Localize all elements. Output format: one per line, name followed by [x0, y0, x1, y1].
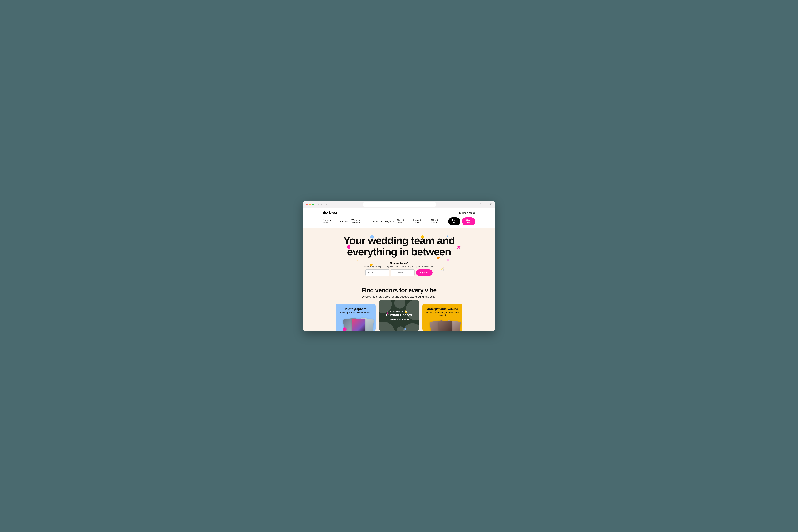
- nav-planning-tools[interactable]: Planning Tools: [323, 219, 337, 224]
- svg-rect-0: [316, 204, 318, 205]
- nav-registry[interactable]: Registry: [385, 220, 394, 223]
- chevron-down-icon[interactable]: [321, 203, 322, 206]
- card-venues[interactable]: Unforgettable Venues Wedding locations y…: [422, 304, 462, 331]
- logo[interactable]: the knot: [323, 210, 337, 215]
- card-desc: Wedding locations you never knew existed: [425, 311, 459, 316]
- tabs-overview-icon[interactable]: [490, 203, 492, 206]
- nav-invitations[interactable]: Invitations: [372, 220, 382, 223]
- thumbnail-image: [352, 319, 365, 331]
- privacy-shield-icon[interactable]: [357, 203, 359, 206]
- find-a-couple-link[interactable]: Find a couple: [459, 212, 475, 214]
- nav-attire-rings[interactable]: Attire & Rings: [397, 219, 410, 224]
- umbrella-icon: [397, 326, 404, 331]
- privacy-policy-link[interactable]: Privacy Policy: [404, 265, 417, 267]
- maximize-window-icon[interactable]: [312, 204, 314, 205]
- see-outdoor-spaces-link[interactable]: See outdoor spaces: [389, 318, 409, 321]
- people-icon: [459, 212, 461, 214]
- card-title: Outdoor Spaces: [386, 313, 412, 317]
- umbrella-icon: [379, 322, 395, 331]
- vendors-section: Find vendors for every vibe Discover top…: [303, 282, 495, 331]
- back-icon[interactable]: [325, 203, 327, 206]
- browser-window: the knot Find a couple Planning Tools Ve…: [303, 201, 495, 331]
- find-a-couple-label: Find a couple: [462, 212, 475, 214]
- hero-signup-button[interactable]: Sign up: [416, 269, 432, 276]
- card-photographers[interactable]: Photographers Browse galleries to find y…: [336, 304, 376, 331]
- main-nav: Planning Tools Vendors Wedding Website I…: [323, 215, 475, 228]
- signup-legal: By clicking 'Sign up', you agree to The …: [354, 265, 444, 267]
- star-icon: [446, 258, 450, 261]
- window-controls: [306, 204, 314, 205]
- signup-area: Sign up today! By clicking 'Sign up', yo…: [354, 262, 444, 276]
- hero-title: Your wedding team and everything in betw…: [335, 235, 463, 257]
- forward-icon[interactable]: [330, 203, 332, 206]
- nav-gifts-favors[interactable]: Gifts & Favors: [431, 219, 445, 224]
- url-bar[interactable]: [363, 202, 436, 207]
- hero-section: ♫ 🥂 Your wedding team and everything in …: [303, 228, 495, 282]
- card-title: Unforgettable Venues: [425, 307, 459, 311]
- nav-vendors[interactable]: Vendors: [340, 220, 348, 223]
- close-window-icon[interactable]: [306, 204, 307, 205]
- login-button[interactable]: Log in: [448, 217, 460, 225]
- reload-icon[interactable]: [433, 203, 435, 205]
- nav-wedding-website[interactable]: Wedding Website: [352, 219, 369, 224]
- vendors-title: Find vendors for every vibe: [310, 287, 488, 294]
- password-field[interactable]: [391, 269, 415, 276]
- email-field[interactable]: [365, 269, 390, 276]
- cheers-icon: 🥂: [440, 267, 445, 272]
- signup-button[interactable]: Sign up: [462, 217, 475, 225]
- new-tab-icon[interactable]: [485, 203, 487, 206]
- svg-rect-6: [491, 204, 492, 205]
- card-thumbnails: [339, 316, 373, 330]
- umbrella-icon: [394, 300, 405, 308]
- vendors-subtitle: Discover top-rated pros for any budget, …: [310, 295, 488, 298]
- svg-point-8: [460, 212, 460, 213]
- lamp-icon: ▮: [404, 327, 406, 330]
- card-kicker: RECEPTION VENUES: [387, 311, 411, 313]
- sidebar-toggle-icon[interactable]: [316, 203, 319, 206]
- card-desc: Browse galleries to find your look.: [339, 311, 373, 314]
- thumbnail-image: [439, 321, 452, 331]
- terms-of-use-link[interactable]: Terms of Use: [421, 265, 433, 267]
- minimize-window-icon[interactable]: [309, 204, 311, 205]
- card-title: Photographers: [339, 307, 373, 311]
- share-icon[interactable]: [480, 203, 482, 206]
- signup-title: Sign up today!: [354, 262, 444, 265]
- nav-ideas-advice[interactable]: Ideas & Advice: [413, 219, 428, 224]
- svg-point-7: [459, 212, 460, 213]
- site-header: the knot Find a couple Planning Tools Ve…: [303, 208, 495, 228]
- umbrella-icon: [405, 300, 419, 320]
- music-note-icon: ♫: [356, 257, 358, 262]
- card-thumbnails: [425, 318, 459, 331]
- card-outdoor-spaces[interactable]: ▮ RECEPTION VENUES Outdoor Spaces See ou…: [379, 300, 419, 331]
- browser-chrome: [303, 201, 495, 208]
